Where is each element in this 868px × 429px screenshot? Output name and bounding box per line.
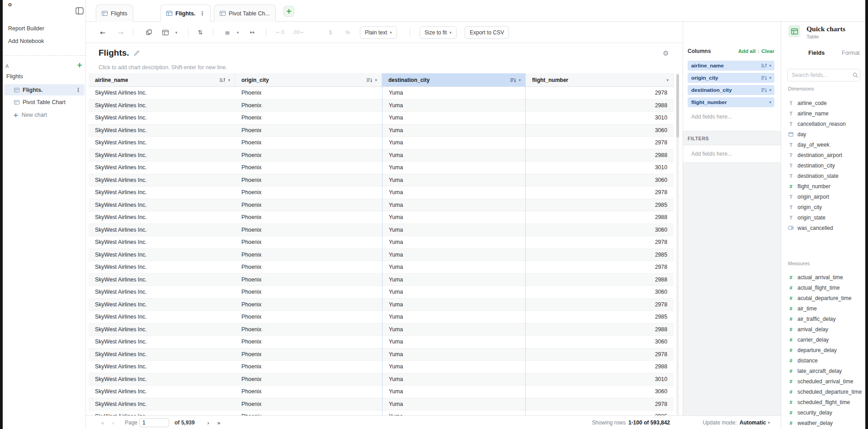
page-number-input[interactable] [139,418,169,427]
field-item[interactable]: # scheduled_departure_time [781,386,865,397]
collapse-sidebar-button[interactable] [74,6,85,16]
field-item[interactable]: T origin_airport [781,191,865,202]
sidebar-item-flights[interactable]: Flights [6,73,23,80]
chart-description-placeholder[interactable]: Click to add chart description. Shift-en… [99,64,227,71]
cell-airline-name: SkyWest Airlines Inc. [89,211,235,224]
search-fields-input[interactable] [787,69,860,81]
field-item[interactable]: T destination_airport [781,150,865,160]
next-page-button[interactable]: › [207,416,209,429]
percent-format-button[interactable]: % [344,22,351,43]
add-notebook-link[interactable]: Add Notebook [8,38,44,44]
tab-format[interactable]: Format [842,50,860,56]
chevron-down-icon[interactable]: ▾ [228,78,230,82]
text-type-icon: T [788,194,794,200]
chevron-down-icon[interactable]: ▾ [519,78,521,82]
kebab-menu-icon[interactable]: ⋮ [75,87,85,93]
field-item[interactable]: # air_time [781,303,865,314]
chevron-down-icon[interactable]: ▾ [666,78,669,82]
table-scrollbar-thumb[interactable] [676,74,679,138]
field-item[interactable]: # air_traffic_delay [781,314,865,324]
field-item[interactable]: T origin_city [781,202,865,212]
table-view-button[interactable] [161,22,170,43]
tab-pivot-table-chart[interactable]: Pivot Table Ch... [214,5,276,22]
chevron-down-icon[interactable]: ▾ [769,63,771,68]
field-item[interactable]: # carrier_delay [781,334,865,345]
cell-flight-number: 2978 [526,137,674,149]
column-pill[interactable]: flight_number ▾ [688,97,774,107]
chart-title[interactable]: Flights. [99,48,129,58]
tab-fields[interactable]: Fields [808,50,825,56]
tab-flights[interactable]: Flights [96,5,133,22]
size-to-fit-dropdown[interactable]: Size to fit ▾ [420,26,457,39]
currency-format-button[interactable]: $ [327,22,334,43]
decimal-increase-button[interactable]: .00→ [292,22,304,43]
column-header-flight-number[interactable]: flight_number ▾ [526,73,674,86]
export-csv-button[interactable]: Export to CSV [465,26,509,39]
field-item[interactable]: T airline_code [781,98,865,108]
column-pill[interactable]: origin_city ▾ [688,73,774,83]
field-item[interactable]: T day_of_week [781,139,865,150]
field-item[interactable]: # departure_delay [781,345,865,355]
chevron-down-icon[interactable]: ▾ [235,22,241,43]
forward-button[interactable]: → [117,22,125,43]
gear-icon[interactable]: ⚙ [663,49,669,57]
duplicate-button[interactable] [145,22,153,43]
field-item[interactable]: # weather_delay [781,418,865,428]
new-chart-button[interactable]: + New chart [4,109,85,120]
field-item[interactable]: T airline_name [781,108,865,119]
align-button[interactable]: ≡ [223,22,231,43]
sidebar-item-flights-chart[interactable]: Flights. ⋮ [4,84,85,95]
columns-drop-target[interactable]: Add fields here... [691,114,732,120]
field-item[interactable]: T destination_city [781,160,865,171]
field-item[interactable]: T destination_state [781,171,865,181]
format-dropdown[interactable]: Plain text ▾ [360,26,397,39]
field-item[interactable]: # acutal_departure_time [781,293,865,303]
column-header-destination-city[interactable]: destination_city ▾ [382,73,526,86]
cell-origin-city: Phoenix [235,249,382,261]
clear-link[interactable]: Clear [761,48,774,54]
field-item[interactable]: day [781,129,865,139]
sidebar-item-pivot-table-chart[interactable]: Pivot Table Chart [4,96,85,108]
fit-width-button[interactable]: ↔ [248,22,256,43]
cell-origin-city: Phoenix [235,186,382,199]
field-item[interactable]: T origin_state [781,212,865,223]
tab-flights-chart[interactable]: Flights. ⋮ [160,5,211,22]
column-pill[interactable]: airline_name ▾ [688,61,774,71]
field-item[interactable]: # late_aircraft_delay [781,366,865,376]
first-page-button[interactable]: « [101,416,104,429]
sort-button[interactable]: ⇅ [196,22,204,43]
field-item[interactable]: # actual_arrival_time [781,272,865,282]
chevron-down-icon[interactable]: ▾ [174,22,179,43]
column-header-origin-city[interactable]: origin_city ▾ [235,73,382,86]
field-item[interactable]: # scheduled_flight_time [781,397,865,407]
update-mode-dropdown[interactable]: Automatic ▾ [740,419,770,426]
back-button[interactable]: ← [99,22,107,43]
field-item[interactable]: # distance [781,355,865,366]
text-type-icon: T [788,153,794,158]
field-name: day [797,131,806,138]
chevron-down-icon[interactable]: ▾ [769,88,771,92]
filters-drop-target[interactable]: Add fields here... [691,151,732,157]
chevron-down-icon[interactable]: ▾ [769,76,771,80]
field-item[interactable]: # actual_flight_time [781,282,865,293]
column-header-airline-name[interactable]: airline_name ▾ [89,73,235,86]
chevron-down-icon[interactable]: ▾ [375,78,377,82]
chevron-down-icon[interactable]: ▾ [769,100,771,105]
new-tab-button[interactable]: + [283,6,294,17]
previous-page-button[interactable]: ‹ [112,416,114,429]
column-pill[interactable]: destination_city ▾ [688,85,774,95]
field-item[interactable]: # arrival_delay [781,324,865,334]
decimal-decrease-button[interactable]: ←.0 [275,22,286,43]
add-all-link[interactable]: Add all [738,48,755,54]
kebab-menu-icon[interactable]: ⋮ [199,10,205,17]
last-page-button[interactable]: » [217,416,221,429]
number-type-icon: # [788,306,794,311]
field-item[interactable]: T cancellation_reason [781,119,865,129]
edit-pencil-icon[interactable] [134,50,140,56]
add-item-button[interactable]: + [75,61,84,70]
field-item[interactable]: # flight_number [781,181,865,191]
field-item[interactable]: # scheduled_arrival_time [781,376,865,386]
field-item[interactable]: was_cancelled [781,223,865,233]
field-item[interactable]: # security_delay [781,407,865,418]
report-builder-link[interactable]: Report Builder [8,25,44,32]
